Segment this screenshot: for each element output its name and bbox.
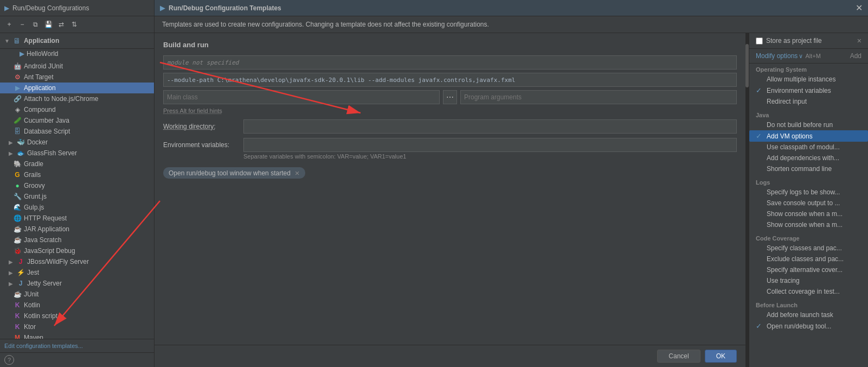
tree-item-gradle[interactable]: 🐘 Gradle — [0, 159, 154, 169]
ok-button[interactable]: OK — [705, 350, 737, 363]
modify-options-arrow: ∨ — [799, 53, 803, 60]
helloworld-item[interactable]: ▶ HelloWorld — [0, 49, 154, 59]
add-vm-options-label: Add VM options — [767, 132, 813, 140]
tree-item-grails[interactable]: G Grails — [0, 169, 154, 180]
groovy-label: Groovy — [24, 182, 45, 189]
tree-item-jar-application[interactable]: ☕ JAR Application — [0, 224, 154, 235]
tree-item-groovy[interactable]: ● Groovy — [0, 180, 154, 191]
env-variables-item[interactable]: ✓ Environment variables — [749, 85, 868, 96]
add-options-link[interactable]: Add — [850, 52, 861, 60]
attach-nodejs-icon: 🔗 — [13, 94, 22, 103]
working-dir-label[interactable]: Working directory: — [163, 123, 239, 130]
kotlin-icon: K — [13, 301, 22, 309]
store-project-file-close-button[interactable]: × — [857, 36, 861, 45]
application-section[interactable]: ▼ 🖥 Application — [0, 33, 154, 49]
save-console-label: Save console output to ... — [767, 199, 840, 207]
gruntjs-icon: 🔧 — [13, 192, 22, 201]
add-vm-options-item[interactable]: ✓ Add VM options — [749, 130, 868, 142]
tree-item-kotlin[interactable]: K Kotlin — [0, 300, 154, 311]
open-run-debug-check: ✓ — [756, 322, 763, 330]
cancel-button[interactable]: Cancel — [657, 350, 700, 363]
tree-item-http-request[interactable]: 🌐 HTTP Request — [0, 213, 154, 224]
specify-alt-cover-item[interactable]: Specify alternative cover... — [749, 264, 868, 275]
sort-config-button[interactable]: ⇅ — [68, 18, 80, 30]
glassfish-label: GlassFish Server — [27, 149, 77, 157]
tree-item-gruntjs[interactable]: 🔧 Grunt.js — [0, 191, 154, 202]
tree-item-docker[interactable]: ▶ 🐳 Docker — [0, 137, 154, 148]
remove-config-button[interactable]: − — [16, 18, 28, 30]
grails-icon: G — [13, 170, 22, 179]
dialog-close-button[interactable]: ✕ — [856, 3, 863, 13]
android-junit-label: Android JUnit — [24, 62, 63, 70]
gradle-label: Gradle — [24, 160, 43, 168]
program-args-input[interactable] — [460, 90, 737, 104]
modify-options-link[interactable]: Modify options — [756, 52, 798, 60]
tree-item-junit[interactable]: ☕ JUnit — [0, 289, 154, 300]
tree-item-maven[interactable]: M Maven — [0, 332, 154, 339]
specify-logs-item[interactable]: Specify logs to be show... — [749, 187, 868, 198]
open-tool-window-close-button[interactable]: × — [295, 169, 300, 177]
add-dependencies-item[interactable]: Add dependencies with... — [749, 153, 868, 163]
tree-item-jboss[interactable]: ▶ J JBoss/WildFly Server — [0, 256, 154, 267]
open-run-debug-item[interactable]: ✓ Open run/debug tool... — [749, 320, 868, 332]
gruntjs-label: Grunt.js — [24, 193, 47, 200]
add-config-button[interactable]: + — [3, 18, 15, 30]
use-tracing-label: Use tracing — [767, 277, 800, 284]
use-tracing-item[interactable]: Use tracing — [749, 275, 868, 286]
tree-item-jetty[interactable]: ▶ J Jetty Server — [0, 278, 154, 289]
show-console-2-item[interactable]: Show console when a m... — [749, 219, 868, 230]
android-junit-icon: 🤖 — [13, 62, 22, 71]
build-run-section-title: Build and run — [163, 41, 737, 49]
save-config-button[interactable]: 💾 — [42, 18, 54, 30]
tree-item-javascript-debug[interactable]: 🐞 JavaScript Debug — [0, 245, 154, 256]
tree-item-jest[interactable]: ▶ ⚡ Jest — [0, 267, 154, 278]
jest-icon: ⚡ — [16, 268, 25, 277]
tree-item-ant-target[interactable]: ⚙ Ant Target — [0, 72, 154, 83]
help-button[interactable]: ? — [4, 355, 14, 365]
scrollbar-thumb[interactable] — [745, 44, 749, 87]
tree-item-gulpjs[interactable]: 🌊 Gulp.js — [0, 202, 154, 213]
module-input[interactable] — [163, 55, 737, 69]
main-class-browse-button[interactable]: ⋯ — [443, 90, 457, 104]
redirect-input-item[interactable]: Redirect input — [749, 96, 868, 107]
use-classpath-item[interactable]: Use classpath of modul... — [749, 142, 868, 153]
add-before-launch-item[interactable]: Add before launch task — [749, 309, 868, 320]
vm-options-input[interactable] — [163, 73, 737, 87]
config-form-area: Build and run ⋯ — [155, 33, 745, 345]
working-dir-row: Working directory: — [163, 119, 737, 134]
collect-coverage-item[interactable]: Collect coverage in test... — [749, 286, 868, 297]
dialog-title: Run/Debug Configuration Templates — [169, 4, 281, 12]
save-console-item[interactable]: Save console output to ... — [749, 198, 868, 208]
tree-item-glassfish[interactable]: ▶ 🐟 GlassFish Server — [0, 148, 154, 159]
gulpjs-label: Gulp.js — [24, 204, 44, 211]
main-class-input[interactable] — [163, 90, 440, 104]
store-project-file-checkbox[interactable] — [756, 37, 763, 45]
tree-item-compound[interactable]: ◈ Compound — [0, 104, 154, 115]
field-hint[interactable]: Press Alt for field hints — [163, 107, 737, 114]
cucumber-java-icon: 🥒 — [13, 116, 22, 125]
exclude-classes-item[interactable]: Exclude classes and pac... — [749, 254, 868, 264]
env-vars-input[interactable] — [243, 138, 737, 152]
tree-item-attach-nodejs[interactable]: 🔗 Attach to Node.js/Chrome — [0, 93, 154, 104]
tree-item-application[interactable]: ▶ Application — [0, 83, 154, 93]
tree-item-cucumber-java[interactable]: 🥒 Cucumber Java — [0, 115, 154, 126]
copy-config-button[interactable]: ⧉ — [29, 18, 41, 30]
do-not-build-item[interactable]: Do not build before run — [749, 119, 868, 130]
scroll-divider — [745, 33, 749, 367]
tree-item-database-script[interactable]: 🗄 Database Script — [0, 126, 154, 137]
shorten-command-item[interactable]: Shorten command line — [749, 163, 868, 174]
tree-item-ktor[interactable]: K Ktor — [0, 321, 154, 332]
allow-multiple-instances-item[interactable]: Allow multiple instances — [749, 74, 868, 85]
specify-classes-label: Specify classes and pac... — [767, 244, 842, 252]
tree-item-java-scratch[interactable]: ☕ Java Scratch — [0, 235, 154, 245]
tree-item-kotlin-script[interactable]: K Kotlin script — [0, 311, 154, 321]
modify-options-shortcut: Alt+M — [805, 53, 820, 59]
tree-item-android-junit[interactable]: 🤖 Android JUnit — [0, 61, 154, 72]
left-bottom-bar: ? — [0, 352, 154, 367]
edit-config-templates-link[interactable]: Edit configuration templates... — [0, 339, 154, 352]
show-console-1-item[interactable]: Show console when a m... — [749, 208, 868, 219]
env-vars-row: Environment variables: — [163, 138, 737, 152]
specify-classes-item[interactable]: Specify classes and pac... — [749, 243, 868, 254]
working-dir-input[interactable] — [243, 119, 737, 134]
move-config-button[interactable]: ⇄ — [55, 18, 67, 30]
